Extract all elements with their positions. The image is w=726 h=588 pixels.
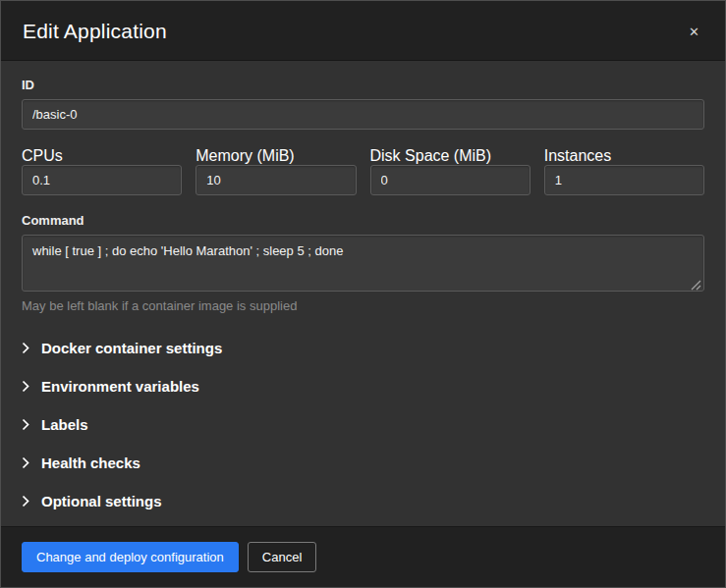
chevron-right-icon xyxy=(22,495,30,508)
chevron-right-icon xyxy=(22,456,30,469)
command-label: Command xyxy=(22,213,704,228)
section-label: Docker container settings xyxy=(41,340,222,356)
cpus-label: CPUs xyxy=(22,147,63,164)
modal-body: ID CPUs Memory (MiB) Disk Space (MiB) In… xyxy=(1,61,725,526)
modal-header: Edit Application ✕ xyxy=(1,1,725,61)
close-icon: ✕ xyxy=(689,25,699,39)
section-docker-container-settings[interactable]: Docker container settings xyxy=(22,329,704,367)
chevron-right-icon xyxy=(22,380,30,393)
resize-handle-icon[interactable] xyxy=(691,277,701,288)
section-labels[interactable]: Labels xyxy=(22,405,704,444)
modal-footer: Change and deploy configuration Cancel xyxy=(1,526,725,587)
field-command: Command while [ true ] ; do echo 'Hello … xyxy=(22,213,704,313)
section-label: Optional settings xyxy=(41,493,162,509)
page-title: Edit Application xyxy=(23,20,167,43)
cpus-input[interactable] xyxy=(22,165,182,195)
field-memory: Memory (MiB) xyxy=(195,147,356,195)
field-id: ID xyxy=(22,78,704,130)
section-optional-settings[interactable]: Optional settings xyxy=(22,482,704,520)
memory-label: Memory (MiB) xyxy=(195,147,294,164)
resources-row: CPUs Memory (MiB) Disk Space (MiB) Insta… xyxy=(22,147,704,195)
cancel-button[interactable]: Cancel xyxy=(248,542,316,572)
instances-input[interactable] xyxy=(544,165,704,195)
disk-input[interactable] xyxy=(370,165,531,195)
section-environment-variables[interactable]: Environment variables xyxy=(22,367,704,405)
close-button[interactable]: ✕ xyxy=(685,22,703,42)
field-instances: Instances xyxy=(544,147,704,195)
instances-label: Instances xyxy=(544,147,611,164)
id-input[interactable] xyxy=(22,99,704,130)
command-textarea[interactable]: while [ true ] ; do echo 'Hello Marathon… xyxy=(22,235,704,292)
field-disk: Disk Space (MiB) xyxy=(370,147,531,195)
disk-label: Disk Space (MiB) xyxy=(370,147,492,164)
id-label: ID xyxy=(22,78,704,92)
memory-input[interactable] xyxy=(195,165,356,195)
chevron-right-icon xyxy=(22,342,30,354)
field-cpus: CPUs xyxy=(22,147,182,195)
section-label: Health checks xyxy=(41,454,140,471)
command-help-text: May be left blank if a container image i… xyxy=(22,298,704,313)
chevron-right-icon xyxy=(22,418,30,431)
accordion-sections: Docker container settings Environment va… xyxy=(22,329,704,520)
section-label: Labels xyxy=(41,416,88,433)
section-health-checks[interactable]: Health checks xyxy=(22,444,704,482)
section-label: Environment variables xyxy=(41,378,199,395)
command-textarea-wrap: while [ true ] ; do echo 'Hello Marathon… xyxy=(22,235,704,292)
deploy-button[interactable]: Change and deploy configuration xyxy=(22,542,239,572)
edit-application-modal: Edit Application ✕ ID CPUs Memory (MiB) … xyxy=(0,0,726,588)
